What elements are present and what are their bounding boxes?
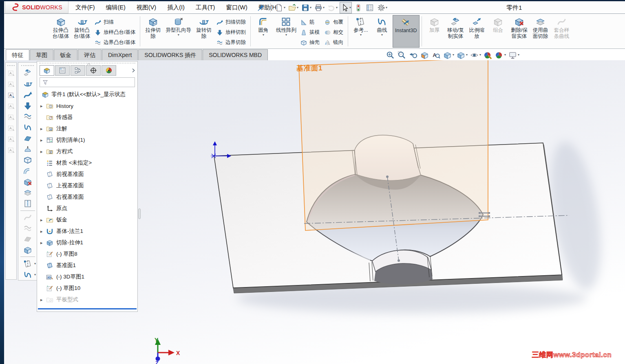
delete-body-button[interactable] [18,176,37,187]
tree-item-14[interactable]: 基准面1 [37,260,137,271]
dynamic-annotation-views-button[interactable]: A [431,50,441,60]
tree-item-15[interactable]: 3D(-) 3D草图1 [37,271,137,283]
rebuild-button[interactable] [353,2,363,13]
dropdown-caret-icon[interactable]: ▾ [310,6,311,9]
geometric-tolerance-button[interactable]: A [6,134,16,145]
solid-body-button[interactable] [18,245,37,256]
knit-surface-button[interactable] [18,198,37,209]
revolve-feature-button[interactable] [18,79,37,90]
ruled-surface-button[interactable] [18,223,37,234]
print-button[interactable]: ▾ [314,2,325,13]
dropdown-caret-icon[interactable]: ▾ [386,6,387,9]
dropdown-caret-icon[interactable]: ▾ [263,33,264,37]
cut-with-surface-button[interactable]: 使用曲面切除 [530,15,551,48]
expand-arrow-icon[interactable]: ▸ [40,149,46,154]
tab-solidworks-mbd[interactable]: SOLIDWORKS MBD [203,49,268,60]
dimxpertmanager-tab[interactable] [86,65,101,76]
tree-item-12[interactable]: ▸切除-拉伸1 [37,237,137,248]
extend-surface-button[interactable] [18,155,37,166]
dropdown-caret-icon[interactable]: ▾ [285,33,287,37]
tree-item-4[interactable]: ▸Σ方程式 [37,146,137,157]
mirror-button[interactable]: 镜向 [322,37,346,48]
dropdown-caret-icon[interactable]: ▾ [34,262,36,265]
dropdown-caret-icon[interactable]: ▾ [34,273,36,276]
edit-appearance-button[interactable] [483,50,493,60]
dropdown-caret-icon[interactable]: ▾ [518,53,519,57]
tab-evaluate[interactable]: 评估 [78,49,102,60]
expand-arrow-icon[interactable]: ▸ [40,103,46,109]
wrap-button[interactable]: 包覆 [322,17,346,27]
display-style-button[interactable]: ▾ [456,50,468,60]
tree-root-item[interactable]: 零件1 (默认<<默认>_显示状态 [37,89,137,100]
bend-feature-button[interactable] [18,166,37,177]
swept-flange-button[interactable] [18,68,37,79]
offset-surface-button[interactable] [18,212,37,223]
dropdown-caret-icon[interactable]: ▾ [504,53,506,57]
tree-item-2[interactable]: ▸A注解 [37,123,137,134]
expand-arrow-icon[interactable]: ▸ [40,229,46,234]
displaymanager-tab[interactable] [102,65,116,76]
mid-surface-button[interactable] [18,187,37,198]
tree-item-6[interactable]: 前视基准面 [37,169,137,180]
sweep-feature-button[interactable] [18,89,37,100]
new-document-button[interactable]: ▾ [274,2,286,13]
shell-button[interactable]: 抽壳 [298,37,322,48]
curves-button[interactable]: 曲线▾ [371,15,393,48]
select-button[interactable]: ▾ [340,2,352,13]
tree-item-10[interactable]: ▸钣金 [37,214,137,226]
tree-item-16[interactable]: (-) 草图10 [37,283,137,294]
dropdown-caret-icon[interactable]: ▾ [178,33,179,37]
expand-arrow-icon[interactable]: ▸ [40,240,46,246]
hide-show-items-button[interactable]: ▾ [469,50,481,60]
format-painter-button[interactable]: A [6,90,16,101]
datum-plane-fill[interactable] [299,60,488,230]
splitter-grip[interactable] [138,208,141,219]
swept-cut-button[interactable]: 扫描切除 [214,17,248,27]
dropdown-caret-icon[interactable]: ▾ [336,6,338,9]
expand-arrow-icon[interactable]: ▸ [40,217,46,223]
view-orientation-button[interactable]: ▾ [442,50,455,60]
tree-item-17[interactable]: ▸平板型式 [37,294,137,305]
options-button[interactable]: ▾ [376,2,388,13]
save-button[interactable]: ▾ [300,2,312,13]
tree-item-11[interactable]: ▸基体-法兰1 [37,226,137,237]
tab-solidworks-addins[interactable]: SOLIDWORKS 插件 [138,49,202,60]
tab-sketch[interactable]: 草图 [30,49,53,60]
previous-view-button[interactable] [408,50,418,60]
dropdown-caret-icon[interactable]: ▾ [381,33,383,37]
dropdown-caret-icon[interactable]: ▾ [297,6,298,9]
linear-pattern-button[interactable]: 线性阵列▾ [274,15,298,48]
tab-dimxpert[interactable]: DimXpert [102,49,138,60]
boundary-boss-base-button[interactable]: 边界凸台/基体 [93,37,138,48]
scale-button[interactable]: 比例缩放 [466,15,488,48]
dropdown-caret-icon[interactable]: ▾ [323,6,325,9]
menu-item-5[interactable]: 窗口(W) [226,4,247,11]
dropdown-caret-icon[interactable]: ▾ [466,53,468,57]
auto-balloon-button[interactable]: A [6,101,16,112]
dropdown-caret-icon[interactable]: ▾ [349,6,351,9]
configurationmanager-tab[interactable] [71,65,85,76]
freeform-feature-button[interactable] [18,122,37,133]
boundary-feature-button[interactable] [18,111,37,122]
dropdown-caret-icon[interactable]: ▾ [453,53,454,57]
menu-item-1[interactable]: 编辑(E) [106,4,126,11]
loft-feature-button[interactable] [18,100,37,111]
tree-item-7[interactable]: 上视基准面 [37,180,137,191]
propertymanager-tab[interactable] [55,65,70,76]
featuremanager-tab[interactable] [40,65,54,76]
hole-wizard-button[interactable]: 异型孔向导▾ [163,15,193,48]
planar-surface-button[interactable] [18,133,37,144]
tree-item-1[interactable]: 传感器 [37,112,137,123]
zoom-to-fit-button[interactable] [385,50,395,60]
reference-plane-button[interactable]: ▾ [18,258,37,269]
dome-feature-button[interactable] [18,144,37,155]
boundary-cut-button[interactable]: 边界切除 [214,37,248,48]
file-properties-button[interactable] [365,2,375,13]
panel-collapse-dot[interactable] [87,63,90,66]
thicken-button[interactable]: 加厚 [424,15,445,48]
filled-surface-button[interactable] [18,234,37,245]
lofted-boss-base-button[interactable]: 放样凸台/基体 [93,27,138,37]
swept-boss-base-button[interactable]: 扫描 [93,17,138,27]
menu-item-2[interactable]: 视图(V) [137,4,156,11]
datum-plane-label[interactable]: 基准面1 [296,64,322,73]
